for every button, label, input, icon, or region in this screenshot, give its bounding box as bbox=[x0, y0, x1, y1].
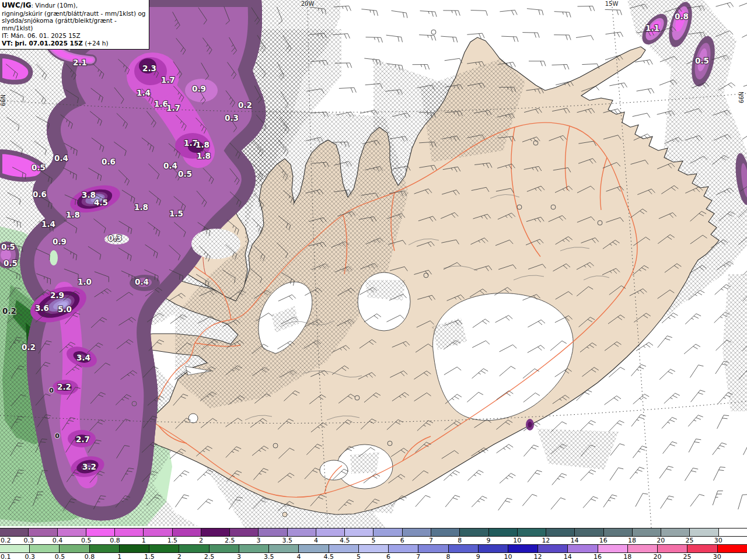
precip-value-label: 0.4 bbox=[54, 153, 68, 163]
colorbar-segment bbox=[567, 545, 597, 552]
precip-value-label: 0.2 bbox=[2, 306, 16, 316]
precip-value-label: 1.5 bbox=[169, 209, 183, 218]
lake-thingvallavatn bbox=[189, 414, 198, 423]
colorbar-tick-label: 14 bbox=[571, 537, 579, 544]
colorbar-segment bbox=[143, 528, 172, 536]
colorbar-rain-labels: 0.10.30.50.811.522.533.544.5567891012141… bbox=[0, 553, 747, 560]
colorbar-segment bbox=[546, 528, 574, 536]
title-line2: rigning/skúrir (grænt/blátt/rautt - mm/1… bbox=[2, 10, 146, 18]
colorbar-tick-label: 18 bbox=[623, 553, 631, 560]
precip-value-label: 0.5 bbox=[32, 163, 46, 172]
colorbar-tick-label: 1.5 bbox=[167, 537, 178, 544]
colorbar-segment bbox=[149, 545, 179, 552]
title-line5: VT: þri. 07.01.2025 15Z (+24 h) bbox=[2, 40, 146, 47]
colorbar-segment bbox=[179, 545, 208, 552]
precip-value-label: 1.8 bbox=[197, 151, 211, 160]
precip-value-label: 0.6 bbox=[33, 190, 47, 199]
colorbar-tick-label: 0.5 bbox=[55, 553, 65, 560]
precip-value-label: 1.8 bbox=[134, 202, 148, 212]
colorbar-segment bbox=[431, 528, 459, 536]
colorbar-tick-label: 3 bbox=[257, 537, 261, 544]
colorbar-tick-label: 4.5 bbox=[323, 553, 334, 560]
parallel-label: 66N bbox=[738, 92, 745, 103]
colorbar-tick-label: 30 bbox=[714, 537, 722, 544]
precip-value-label: 0.6 bbox=[102, 157, 116, 166]
colorbar-segment bbox=[258, 528, 287, 536]
colorbar-tick-label: 10 bbox=[504, 553, 512, 560]
title-line1: UWC/IG: Vindur (10m), bbox=[2, 1, 146, 10]
title-line3: slydda/snjókoma (grátt/bleikt/grænt - mm… bbox=[2, 17, 146, 32]
colorbar-snow bbox=[0, 528, 747, 537]
precip-value-label: 1.4 bbox=[41, 219, 55, 229]
colorbar-tick-label: 6 bbox=[400, 537, 404, 544]
meridian-label: 15W bbox=[605, 1, 619, 7]
colorbar-tick-label: 0.8 bbox=[85, 553, 95, 560]
colorbar-tick-label: 4 bbox=[314, 537, 318, 544]
colorbar-segment bbox=[316, 528, 344, 536]
colorbar-segment bbox=[172, 528, 201, 536]
colorbar-segment bbox=[358, 545, 388, 552]
precip-value-label: 2.1 bbox=[73, 58, 87, 67]
colorbar-tick-label: 30 bbox=[713, 553, 721, 560]
colorbar-segment bbox=[402, 528, 431, 536]
precip-value-label: 1.4 bbox=[137, 88, 151, 97]
colorbar-segment bbox=[59, 545, 89, 552]
colorbar-tick-label: 20 bbox=[653, 553, 661, 560]
colorbar-tick-label: 1.5 bbox=[144, 553, 155, 560]
colorbar-tick-label: 0.8 bbox=[110, 537, 120, 544]
colorbar-segment bbox=[119, 545, 149, 552]
precip-value-label: 0 bbox=[49, 387, 54, 394]
precip-value-label: 1.0 bbox=[78, 277, 92, 286]
precip-value-label: 0.9 bbox=[192, 84, 206, 93]
colorbar-tick-label: 12 bbox=[542, 537, 550, 544]
precip-value-label: 0.8 bbox=[675, 12, 689, 21]
colorbar-snow-labels: 0.20.30.40.50.811.522.533.544.5567891012… bbox=[0, 537, 747, 544]
colorbar-tick-label: 1 bbox=[142, 537, 146, 544]
colorbar-segment bbox=[657, 545, 687, 552]
precip-value-label: 5.0 bbox=[58, 304, 72, 314]
meridian-label: 20W bbox=[301, 1, 315, 7]
forecast-map: 2.12.31.70.91.41.61.70.20.31.71.81.80.40… bbox=[0, 0, 747, 528]
colorbar-tick-label: 18 bbox=[628, 537, 636, 544]
colorbar-tick-label: 8 bbox=[458, 537, 462, 544]
colorbar-segment bbox=[478, 545, 508, 552]
colorbar-tick-label: 9 bbox=[486, 537, 490, 544]
colorbar-tick-label: 0.4 bbox=[53, 537, 63, 544]
colorbar-segment bbox=[201, 528, 229, 536]
precip-value-label: 0.5 bbox=[4, 258, 18, 268]
precip-value-label: 0.2 bbox=[22, 342, 36, 352]
colorbar-segment bbox=[329, 545, 358, 552]
colorbar-tick-label: 10 bbox=[513, 537, 521, 544]
colorbar-tick-label: 2.5 bbox=[225, 537, 235, 544]
precip-value-label: 1.8 bbox=[196, 140, 210, 149]
colorbar-segment bbox=[229, 528, 258, 536]
colorbar-segment bbox=[268, 545, 298, 552]
colorbar-segment bbox=[298, 545, 328, 552]
colorbar-legend: 0.20.30.40.50.811.522.533.544.5567891012… bbox=[0, 528, 747, 560]
colorbar-segment bbox=[459, 528, 488, 536]
colorbar-segment bbox=[574, 528, 603, 536]
precip-value-label: 1.8 bbox=[66, 210, 80, 219]
colorbar-tick-label: 0.1 bbox=[1, 553, 11, 560]
colorbar-segment bbox=[598, 545, 627, 552]
colorbar-tick-label: 3 bbox=[237, 553, 241, 560]
colorbar-segment bbox=[57, 528, 86, 536]
colorbar-segment bbox=[718, 528, 747, 536]
colorbar-tick-label: 0.3 bbox=[23, 537, 34, 544]
precip-value-label: 2.2 bbox=[57, 382, 71, 391]
precip-value-label: 1.1 bbox=[645, 23, 659, 33]
colorbar-tick-label: 12 bbox=[534, 553, 542, 560]
colorbar-tick-label: 2.5 bbox=[204, 553, 215, 560]
colorbar-segment bbox=[603, 528, 632, 536]
precip-value-label: 0 bbox=[55, 432, 60, 440]
weather-map-screenshot: 2.12.31.70.91.41.61.70.20.31.71.81.80.40… bbox=[0, 0, 747, 560]
colorbar-tick-label: 25 bbox=[683, 553, 692, 560]
precip-value-label: 0.9 bbox=[53, 237, 67, 246]
colorbar-tick-label: 5 bbox=[372, 537, 376, 544]
colorbar-tick-label: 14 bbox=[564, 553, 572, 560]
colorbar-tick-label: 5 bbox=[357, 553, 361, 560]
colorbar-tick-label: 3.5 bbox=[264, 553, 274, 560]
precip-value-label: 1.7 bbox=[161, 75, 175, 85]
colorbar-segment bbox=[388, 545, 418, 552]
precip-value-label: 0.5 bbox=[695, 56, 709, 65]
